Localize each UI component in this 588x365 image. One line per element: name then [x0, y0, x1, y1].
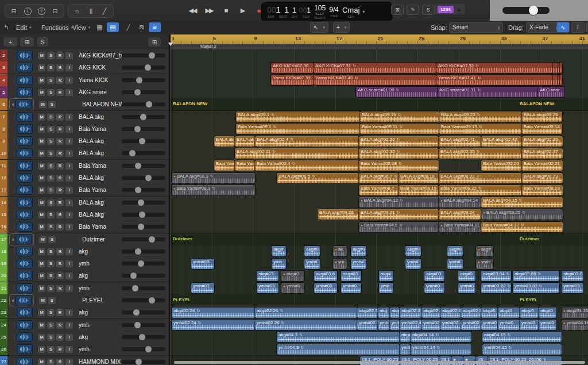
region[interactable]: Yama KICK#07.41↻	[436, 75, 562, 85]
solo-button[interactable]: S	[47, 187, 55, 194]
region[interactable]: akg#02.4	[440, 308, 461, 318]
region[interactable]: ymh#02.5	[461, 320, 481, 330]
region[interactable]: akg#04.3↻	[277, 332, 400, 342]
region[interactable]: akg#03	[341, 271, 361, 281]
region[interactable]: Bala Yama#02.21	[522, 160, 563, 171]
track-volume-knob[interactable]	[138, 224, 144, 230]
region[interactable]: BALA akg#02.36	[522, 136, 563, 147]
region[interactable]: akg	[378, 308, 390, 318]
track-name[interactable]: BALA akg	[79, 175, 122, 181]
input-monitor-button[interactable]: I	[65, 272, 73, 279]
track-volume-knob[interactable]	[149, 52, 155, 59]
solo-button[interactable]: S	[47, 285, 55, 292]
region[interactable]: ymh#03.	[314, 283, 337, 293]
track-header-row[interactable]: 11MSRIBala Yama	[0, 160, 169, 172]
track-name[interactable]: Yama KICK	[79, 77, 122, 83]
master-volume-knob[interactable]	[529, 6, 538, 15]
region[interactable]: akg#0	[351, 246, 366, 256]
track-volume-knob[interactable]	[140, 114, 146, 120]
record-enable-button[interactable]: R	[56, 187, 64, 194]
region[interactable]: ymh#04.14↻	[411, 344, 471, 355]
input-monitor-button[interactable]: I	[65, 322, 73, 329]
region[interactable]: BALA akg#08.19	[399, 173, 439, 183]
input-monitor-button[interactable]: I	[65, 150, 73, 157]
solo-button[interactable]: S	[47, 224, 55, 230]
track-name[interactable]: Bala Yama	[79, 126, 122, 132]
forward-button[interactable]: ▶▶	[202, 5, 216, 16]
region[interactable]: akg#02.5	[461, 308, 481, 318]
track-volume-slider[interactable]	[122, 347, 165, 351]
track-header-row[interactable]: 5MSRIAKG snare	[0, 86, 169, 99]
record-enable-button[interactable]: R	[56, 199, 64, 206]
region[interactable]: BALA akg#02.30↻	[359, 136, 439, 147]
track-volume-slider[interactable]	[122, 310, 165, 314]
track-header-row[interactable]: 15MSRIBALA akg	[0, 209, 169, 221]
input-monitor-button[interactable]: I	[65, 199, 73, 206]
text-tool-button[interactable]: I	[571, 22, 585, 33]
region[interactable]: BALA akg	[235, 136, 255, 147]
region[interactable]: ●BALA akg#08.3↻	[172, 173, 255, 183]
track-volume-slider[interactable]	[122, 90, 165, 94]
region[interactable]: BALA akg#08.7↻	[359, 173, 399, 183]
track-name[interactable]: akg	[79, 272, 122, 279]
record-enable-button[interactable]: R	[56, 138, 64, 145]
track-volume-knob[interactable]	[135, 163, 141, 169]
solo-button[interactable]: S	[47, 175, 55, 182]
track-header-row[interactable]: 19MSRIymh	[0, 258, 169, 270]
view-menu[interactable]: View▾	[72, 22, 90, 32]
region[interactable]: BALA akg#02.41	[439, 136, 481, 147]
track-header-row[interactable]: 4MSRIYama KICK	[0, 74, 169, 87]
stop-button[interactable]: ■	[218, 5, 233, 16]
track-volume-knob[interactable]	[145, 175, 152, 181]
track-volume-slider[interactable]	[122, 213, 165, 217]
region[interactable]: Bala Yam	[214, 160, 235, 171]
solo-button[interactable]: S	[47, 52, 55, 59]
mute-button[interactable]: M	[38, 114, 45, 121]
track-name[interactable]: BALA akg	[79, 138, 122, 144]
region[interactable]: ymh#03.	[191, 259, 214, 269]
record-enable-button[interactable]: R	[56, 77, 64, 84]
track-volume-slider[interactable]	[122, 115, 165, 119]
record-enable-button[interactable]: R	[56, 52, 64, 59]
region[interactable]: akg#03	[424, 271, 444, 281]
track-name[interactable]: Bala Yama	[79, 224, 122, 230]
region[interactable]: ●Bala Yama#08.3↻	[172, 185, 255, 195]
record-enable-button[interactable]: R	[56, 248, 64, 255]
input-monitor-button[interactable]: I	[65, 138, 73, 145]
track-volume-knob[interactable]	[134, 322, 141, 328]
region[interactable]: akg#0	[458, 271, 475, 281]
track-volume-knob[interactable]	[138, 199, 144, 206]
region[interactable]: Bala Yam	[235, 160, 255, 171]
bar-ruler[interactable]: 1591317212529333741	[171, 34, 588, 44]
solo-button[interactable]: S	[47, 346, 55, 353]
disclosure-chevron-icon[interactable]: ∨	[11, 237, 14, 242]
track-volume-knob[interactable]	[149, 297, 155, 303]
region[interactable]: Bala Yama#02.18↻	[359, 160, 439, 171]
region[interactable]: BALA akg#09.24	[439, 209, 481, 220]
region[interactable]: ●Bala Yama#04.9↻	[359, 222, 439, 232]
region[interactable]: akg#0	[481, 308, 498, 318]
region[interactable]: BALA akg#08.23	[522, 173, 563, 183]
drag-select[interactable]: X-Fade▴▾	[526, 22, 560, 32]
region[interactable]: ymh#02.4	[440, 320, 461, 330]
track-volume-slider[interactable]	[122, 237, 165, 241]
region[interactable]: akg#0	[447, 246, 463, 256]
list-view-toggle[interactable]: ▤	[107, 22, 119, 32]
region[interactable]: ●BALA akg#04.12↻	[359, 197, 439, 208]
lcd-chevron-icon[interactable]: ▾	[362, 9, 365, 14]
mute-button[interactable]: M	[38, 359, 45, 365]
track-name[interactable]: akg	[79, 334, 122, 340]
track-volume-knob[interactable]	[130, 272, 137, 279]
region[interactable]: AKG snare#01.31↻	[438, 87, 538, 97]
track-volume-slider[interactable]	[122, 176, 165, 180]
track-name[interactable]: Bala Yama	[79, 187, 122, 193]
region[interactable]: AKG snar	[538, 87, 564, 97]
record-enable-button[interactable]: R	[56, 150, 64, 157]
mute-button[interactable]: M	[39, 101, 47, 108]
region[interactable]: BALA akg#09.26	[522, 112, 562, 122]
mute-button[interactable]: M	[38, 64, 45, 71]
region[interactable]: ymh#02.4	[400, 320, 421, 330]
region[interactable]: ymh#	[447, 259, 463, 269]
mute-button[interactable]: M	[38, 187, 45, 194]
track-name[interactable]: ymh	[79, 346, 122, 352]
